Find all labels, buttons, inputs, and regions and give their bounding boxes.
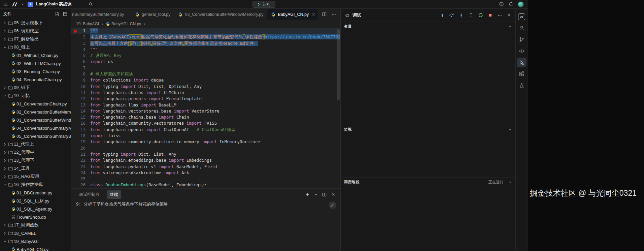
tree-item[interactable]: 01_ConversationChain.py — [0, 100, 71, 108]
code-line[interactable]: 11from langchain.chains import LLMChain — [71, 90, 340, 96]
breadcrumb-item[interactable]: ... — [147, 22, 151, 26]
line-number-gutter[interactable]: 6 — [71, 59, 90, 65]
watch-header[interactable]: 监视 — [341, 125, 515, 134]
step-into-icon[interactable] — [459, 12, 464, 18]
help-icon[interactable] — [499, 2, 504, 7]
line-number-gutter[interactable]: 9 — [71, 77, 90, 83]
tree-item[interactable]: 03_Running_Chain.py — [0, 67, 71, 75]
tree-item[interactable]: 01_DBCreation.py — [0, 189, 71, 197]
tree-item[interactable]: 19_BabyAGI — [0, 237, 71, 245]
more-icon[interactable] — [331, 12, 336, 17]
line-number-gutter[interactable]: 8 — [71, 71, 90, 77]
code-line[interactable]: 18import faiss — [71, 133, 340, 139]
code-line[interactable]: 5# 设置API Key — [71, 53, 340, 59]
code-editor[interactable]: 1"""2本文件是【BabyAGIхерес根据气候变化自动制定鲜花存储策略】章… — [71, 28, 340, 188]
code-line[interactable]: 20 — [71, 145, 340, 151]
tree-item[interactable]: 12_代理中 — [0, 148, 71, 156]
tree-item[interactable]: 02_ConversationBufferMemor... — [0, 108, 71, 116]
code-line[interactable]: 23from langchain.pydantic_v1 import Base… — [71, 164, 340, 170]
code-line[interactable]: 25 — [71, 176, 340, 182]
app-logo[interactable] — [11, 2, 18, 7]
code-line[interactable]: 26class DoubaoEmbeddings(BaseModel, Embe… — [71, 182, 340, 188]
tree-item[interactable]: 05_提示模板下 — [0, 19, 71, 27]
editor-scrollbar[interactable] — [337, 29, 340, 187]
search-icon[interactable] — [88, 2, 93, 7]
line-number-gutter[interactable]: 21 — [71, 151, 90, 157]
tree-item[interactable]: 05_ConversationSummaryBuff... — [0, 132, 71, 140]
add-terminal-icon[interactable] — [305, 192, 310, 197]
code-line[interactable]: 15from langchain.chains.base import Chai… — [71, 114, 340, 120]
tree-item[interactable]: 01_Without_Chain.py — [0, 51, 71, 59]
code-line[interactable]: 12from langchain.prompts import PromptTe… — [71, 96, 340, 102]
tree-item[interactable]: 06_调用模型 — [0, 27, 71, 35]
line-number-gutter[interactable]: 5 — [71, 53, 90, 59]
line-number-gutter[interactable]: 10 — [71, 84, 90, 90]
line-number-gutter[interactable]: 17 — [71, 127, 90, 133]
tree-item[interactable]: 09_链下 — [0, 84, 71, 92]
breakpoint-icon[interactable] — [74, 30, 77, 33]
line-number-gutter[interactable]: 25 — [71, 176, 90, 182]
code-line[interactable]: 1""" — [71, 28, 340, 34]
code-line[interactable]: 7 — [71, 65, 340, 71]
restart-icon[interactable] — [478, 12, 483, 18]
breadcrumb-item[interactable]: BabyAGI_CN.py — [105, 22, 141, 26]
tree-item[interactable]: 02_SQL_LLM.py — [0, 197, 71, 205]
line-number-gutter[interactable]: 11 — [71, 90, 90, 96]
code-line[interactable]: 6import os — [71, 59, 340, 65]
tab-debug-console[interactable]: 调试控制台 — [76, 190, 102, 199]
line-number-gutter[interactable]: 4 — [71, 46, 90, 53]
line-number-gutter[interactable]: 14 — [71, 108, 90, 114]
tree-item[interactable]: 04_SequentialChain.py — [0, 75, 71, 84]
tree-item[interactable]: 11_代理上 — [0, 140, 71, 148]
code-line[interactable]: 9from collections import deque — [71, 77, 340, 83]
line-number-gutter[interactable]: 2 — [71, 34, 90, 40]
stop-icon[interactable] — [488, 13, 493, 18]
line-number-gutter[interactable]: 18 — [71, 133, 90, 139]
tree-item[interactable]: 10_记忆 — [0, 92, 71, 100]
extensions-icon[interactable] — [517, 69, 527, 79]
step-over-icon[interactable] — [449, 12, 454, 18]
code-line[interactable]: 22from langchain.embeddings.base import … — [71, 157, 340, 163]
tree-item[interactable]: 17_回调函数 — [0, 221, 71, 229]
avatar[interactable] — [518, 1, 524, 7]
tree-item[interactable]: 04_ConversationSummaryMe... — [0, 124, 71, 132]
close-icon[interactable] — [311, 12, 316, 17]
more-icon[interactable] — [497, 13, 502, 18]
line-number-gutter[interactable]: 16 — [71, 120, 90, 126]
line-number-gutter[interactable]: 24 — [71, 170, 90, 176]
preview-icon[interactable] — [517, 46, 527, 56]
notifications-icon[interactable] — [508, 2, 513, 7]
step-out-icon[interactable] — [468, 12, 474, 18]
menu-icon[interactable] — [3, 2, 8, 7]
run-debug-icon[interactable] — [517, 58, 527, 67]
tree-item[interactable]: FlowerShop.db — [0, 213, 71, 221]
code-line[interactable]: 24from volcenginesdkarkruntime import Ar… — [71, 170, 340, 176]
line-number-gutter[interactable]: 26 — [71, 182, 90, 188]
code-line[interactable]: 4""" — [71, 46, 340, 53]
tree-item[interactable]: 14_工具 — [0, 164, 71, 172]
pause-icon[interactable] — [439, 13, 444, 18]
split-editor-icon[interactable] — [322, 12, 327, 17]
source-control-icon[interactable] — [517, 35, 527, 44]
line-number-gutter[interactable]: 19 — [71, 139, 90, 145]
line-number-gutter[interactable]: 1 — [71, 28, 90, 34]
chevron-down-icon[interactable] — [314, 193, 318, 196]
line-number-gutter[interactable]: 15 — [71, 114, 90, 120]
ai-assistant-icon[interactable]: AI — [517, 12, 527, 22]
chevron-down-icon[interactable] — [21, 2, 25, 6]
terminal-edit-icon[interactable] — [329, 201, 336, 209]
code-line[interactable]: 13from langchain.llms import BaseLLM — [71, 102, 340, 108]
workspace-name[interactable]: LangChain 实战课 — [36, 1, 72, 7]
line-number-gutter[interactable]: 23 — [71, 164, 90, 170]
editor-tab[interactable]: nSummaryBufferMemory.py — [71, 9, 131, 20]
code-line[interactable]: 3您可以点击最上方的“运行”按钮,直接运行该文件,更多操作指引请参考Readme… — [71, 40, 340, 46]
tree-item[interactable]: 07_解析输出 — [0, 35, 71, 43]
tree-item[interactable]: 03_ConversationBufferWindo... — [0, 116, 71, 124]
editor-tab[interactable]: general_tool.py — [131, 9, 174, 20]
editor-tab[interactable]: BabyAGI_CN.py — [267, 9, 318, 20]
chevron-down-icon[interactable] — [508, 25, 512, 28]
code-line[interactable]: 19from langchain_community.docstore.in_m… — [71, 139, 340, 145]
new-file-icon[interactable] — [55, 11, 60, 17]
editor-tab[interactable]: 03_ConversationBufferWindowMemory.py — [174, 9, 267, 20]
close-panel-icon[interactable] — [331, 192, 336, 197]
